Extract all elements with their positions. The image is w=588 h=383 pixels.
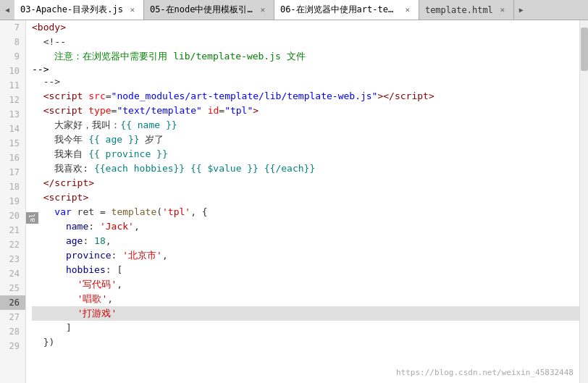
al-label: al bbox=[26, 212, 38, 224]
tab-label-template: template.html bbox=[425, 5, 493, 15]
scrollbar-track[interactable] bbox=[579, 20, 588, 383]
line-num-20: 20 bbox=[0, 209, 25, 223]
tab-scroll-left[interactable]: ◀ bbox=[0, 0, 14, 20]
tab-label-apache: 03-Apache-目录列表.js bbox=[20, 4, 123, 16]
code-content[interactable]: <body> <!-- 注意：在浏览器中需要引用 lib/template-we… bbox=[26, 20, 579, 383]
code-line-23: hobbies: [ bbox=[32, 263, 579, 277]
tab-scroll-right[interactable]: ▶ bbox=[514, 0, 529, 20]
line-num-12: 12 bbox=[0, 93, 25, 107]
code-line-15: 我来自 {{ province }} bbox=[32, 147, 579, 161]
code-line-11: <script src="node_modules/art-template/l… bbox=[32, 89, 579, 104]
code-line-16: 我喜欢: {{each hobbies}} {{ $value }} {{/ea… bbox=[32, 161, 579, 176]
line-num-23: 23 bbox=[0, 252, 25, 266]
tab-apache[interactable]: 03-Apache-目录列表.js ✕ bbox=[14, 0, 144, 20]
code-line-8: <!-- bbox=[32, 35, 579, 49]
code-line-20: name: 'Jack', bbox=[32, 219, 579, 234]
code-line-18: <script> bbox=[32, 190, 579, 205]
line-num-29: 29 bbox=[0, 339, 25, 353]
tab-label-browser: 06-在浏览器中使用art-template.html bbox=[280, 4, 398, 16]
code-line-17: </script> bbox=[32, 176, 579, 190]
line-numbers: 7 8 9 10 11 12 13 14 15 16 17 18 19 20 2… bbox=[0, 20, 26, 383]
tab-browser-art[interactable]: 06-在浏览器中使用art-template.html ✕ bbox=[274, 0, 419, 20]
scrollbar-thumb[interactable] bbox=[581, 28, 588, 71]
line-num-26: 26 bbox=[0, 295, 25, 310]
line-num-21: 21 bbox=[0, 223, 25, 237]
tab-close-apache[interactable]: ✕ bbox=[127, 5, 138, 15]
code-line-12: <script type="text/template" id="tpl"> bbox=[32, 104, 579, 118]
code-line-25: '唱歌', bbox=[32, 292, 579, 306]
line-num-15: 15 bbox=[0, 136, 25, 151]
code-line-13: 大家好，我叫：{{ name }} bbox=[32, 118, 579, 132]
watermark: https://blog.csdn.net/weixin_45832448 bbox=[396, 368, 574, 377]
line-num-28: 28 bbox=[0, 324, 25, 339]
line-num-9: 9 bbox=[0, 49, 25, 64]
line-num-8: 8 bbox=[0, 35, 25, 49]
code-line-26: '打游戏' bbox=[32, 306, 579, 321]
code-line-27: ] bbox=[32, 321, 579, 335]
line-num-17: 17 bbox=[0, 165, 25, 180]
code-line-24: '写代码', bbox=[32, 277, 579, 292]
line-num-10: 10 bbox=[0, 64, 25, 78]
line-num-19: 19 bbox=[0, 194, 25, 209]
line-num-22: 22 bbox=[0, 237, 25, 252]
tab-bar: ◀ 03-Apache-目录列表.js ✕ 05-在node中使用模板引擎.js… bbox=[0, 0, 588, 20]
code-line-7: <body> bbox=[32, 20, 579, 35]
line-num-25: 25 bbox=[0, 281, 25, 295]
line-num-16: 16 bbox=[0, 151, 25, 165]
code-line-9: 注意：在浏览器中需要引用 lib/template-web.js 文件 bbox=[32, 49, 579, 64]
tab-close-node[interactable]: ✕ bbox=[258, 5, 268, 15]
line-num-24: 24 bbox=[0, 266, 25, 281]
tab-close-browser[interactable]: ✕ bbox=[403, 5, 413, 15]
code-area: 7 8 9 10 11 12 13 14 15 16 17 18 19 20 2… bbox=[0, 20, 588, 383]
code-line-29 bbox=[32, 350, 579, 364]
code-line-19: var ret = template('tpl', { bbox=[32, 205, 579, 219]
code-line-14: 我今年 {{ age }} 岁了 bbox=[32, 132, 579, 147]
line-num-7: 7 bbox=[0, 20, 25, 35]
tab-label-node: 05-在node中使用模板引擎.js bbox=[150, 4, 253, 16]
code-line-21: age: 18, bbox=[32, 234, 579, 248]
tab-close-template[interactable]: ✕ bbox=[497, 5, 508, 15]
line-num-27: 27 bbox=[0, 310, 25, 324]
line-num-14: 14 bbox=[0, 122, 25, 136]
code-line-28: }) bbox=[32, 335, 579, 350]
code-line-22: province: '北京市', bbox=[32, 248, 579, 263]
code-line-10: --> bbox=[32, 75, 579, 89]
line-num-11: 11 bbox=[0, 78, 25, 93]
tab-node-template[interactable]: 05-在node中使用模板引擎.js ✕ bbox=[144, 0, 274, 20]
tab-template[interactable]: template.html ✕ bbox=[419, 0, 514, 20]
line-num-18: 18 bbox=[0, 180, 25, 194]
line-num-13: 13 bbox=[0, 107, 25, 122]
